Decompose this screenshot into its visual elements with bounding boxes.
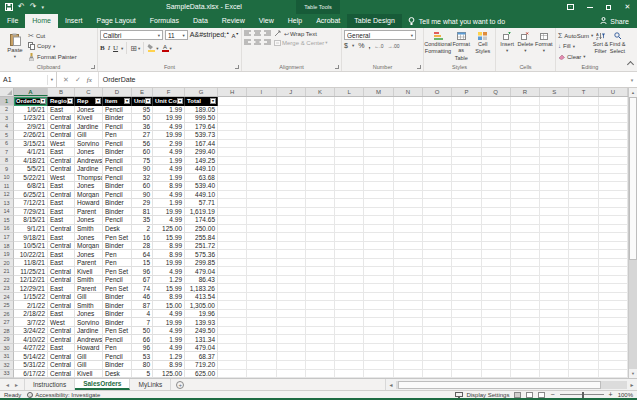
enter-icon[interactable]: ✓ xyxy=(75,76,81,84)
empty-cell[interactable] xyxy=(569,242,598,251)
empty-cell[interactable] xyxy=(452,293,481,302)
empty-cell[interactable] xyxy=(423,140,452,149)
empty-cell[interactable] xyxy=(335,140,364,149)
orientation-icon[interactable] xyxy=(274,30,281,37)
empty-cell[interactable] xyxy=(511,174,540,183)
empty-cell[interactable] xyxy=(452,284,481,293)
cell[interactable]: 36 xyxy=(132,123,153,132)
empty-cell[interactable] xyxy=(599,174,628,183)
empty-cell[interactable] xyxy=(394,148,423,157)
cell[interactable]: 125.00 xyxy=(153,370,185,379)
name-box[interactable]: A1 ▾ xyxy=(0,72,57,87)
empty-cell[interactable] xyxy=(482,276,511,285)
cell[interactable]: Kivell xyxy=(75,267,103,276)
cell[interactable]: 167.44 xyxy=(185,140,218,149)
empty-cell[interactable] xyxy=(423,123,452,132)
cell[interactable]: Central xyxy=(48,335,75,344)
cell[interactable]: 1.99 xyxy=(153,335,185,344)
cell[interactable]: Binder xyxy=(103,114,132,123)
empty-cell[interactable] xyxy=(335,123,364,132)
empty-cell[interactable] xyxy=(218,216,247,225)
empty-cell[interactable] xyxy=(277,250,306,259)
cell[interactable]: 19.99 xyxy=(153,208,185,217)
cell[interactable]: 7/12/21 xyxy=(14,199,48,208)
cell[interactable]: 3/24/22 xyxy=(14,327,48,336)
empty-cell[interactable] xyxy=(452,250,481,259)
empty-cell[interactable] xyxy=(394,310,423,319)
row-header-19[interactable]: 19 xyxy=(0,250,14,259)
cell[interactable]: Binder xyxy=(103,148,132,157)
empty-cell[interactable] xyxy=(569,370,598,379)
cell[interactable]: East xyxy=(48,233,75,242)
empty-cell[interactable] xyxy=(218,157,247,166)
cell[interactable]: Pencil xyxy=(103,216,132,225)
empty-cell[interactable] xyxy=(482,233,511,242)
empty-cell[interactable] xyxy=(364,182,393,191)
cell[interactable]: 131.34 xyxy=(185,335,218,344)
cell[interactable]: 539.40 xyxy=(185,182,218,191)
empty-cell[interactable] xyxy=(247,310,276,319)
empty-cell[interactable] xyxy=(247,361,276,370)
empty-cell[interactable] xyxy=(335,310,364,319)
empty-cell[interactable] xyxy=(599,123,628,132)
empty-cell[interactable] xyxy=(364,123,393,132)
empty-cell[interactable] xyxy=(277,182,306,191)
empty-cell[interactable] xyxy=(306,284,335,293)
alignment-dialog-launcher-icon[interactable] xyxy=(335,65,339,69)
row-header-26[interactable]: 26 xyxy=(0,310,14,319)
filter-dropdown-icon[interactable]: ▾ xyxy=(40,98,46,104)
empty-cell[interactable] xyxy=(452,208,481,217)
empty-cell[interactable] xyxy=(540,106,569,115)
empty-cell[interactable] xyxy=(452,242,481,251)
column-header-F[interactable]: F xyxy=(153,88,185,96)
empty-cell[interactable] xyxy=(247,208,276,217)
empty-cell[interactable] xyxy=(306,344,335,353)
empty-cell[interactable] xyxy=(540,344,569,353)
cell[interactable]: 86.43 xyxy=(185,276,218,285)
row-header-27[interactable]: 27 xyxy=(0,318,14,327)
empty-cell[interactable] xyxy=(247,225,276,234)
tab-page-layout[interactable]: Page Layout xyxy=(89,14,142,28)
cell[interactable]: Central xyxy=(48,301,75,310)
cell[interactable]: Kivell xyxy=(75,114,103,123)
cell[interactable]: 299.85 xyxy=(185,259,218,268)
tab-review[interactable]: Review xyxy=(215,14,252,28)
empty-cell[interactable] xyxy=(306,242,335,251)
cell[interactable]: Central xyxy=(48,276,75,285)
select-all-corner[interactable] xyxy=(0,88,14,96)
decrease-font-icon[interactable]: A▼ xyxy=(232,32,239,39)
decrease-decimal-icon[interactable]: →.00 xyxy=(388,43,400,49)
formula-bar-expand-icon[interactable]: ▾ xyxy=(627,72,637,87)
empty-cell[interactable] xyxy=(335,182,364,191)
empty-cell[interactable] xyxy=(452,370,481,379)
empty-cell[interactable] xyxy=(599,106,628,115)
cell[interactable]: 479.04 xyxy=(185,267,218,276)
cell[interactable]: Binder xyxy=(103,301,132,310)
cell[interactable]: West xyxy=(48,174,75,183)
empty-cell[interactable] xyxy=(277,140,306,149)
cell[interactable]: 4.99 xyxy=(153,344,185,353)
cell[interactable]: Jones xyxy=(75,106,103,115)
cell[interactable]: 1.99 xyxy=(153,157,185,166)
empty-cell[interactable] xyxy=(569,216,598,225)
empty-cell[interactable] xyxy=(423,225,452,234)
cell[interactable]: 68.37 xyxy=(185,352,218,361)
empty-cell[interactable] xyxy=(277,174,306,183)
empty-cell[interactable] xyxy=(218,370,247,379)
row-header-25[interactable]: 25 xyxy=(0,301,14,310)
row-header-33[interactable]: 33 xyxy=(0,370,14,379)
empty-cell[interactable] xyxy=(569,352,598,361)
cell[interactable]: 56 xyxy=(132,140,153,149)
cell[interactable]: 575.36 xyxy=(185,250,218,259)
cell[interactable]: Andrews xyxy=(75,335,103,344)
customize-qat-icon[interactable]: ▾ xyxy=(41,0,44,14)
filter-dropdown-icon[interactable]: ▾ xyxy=(177,98,183,104)
sheet-next-icon[interactable]: ► xyxy=(14,382,19,388)
cell[interactable]: Pen xyxy=(103,131,132,140)
cell[interactable]: 35 xyxy=(132,216,153,225)
cell[interactable]: 5 xyxy=(132,370,153,379)
empty-cell[interactable] xyxy=(511,284,540,293)
empty-cell[interactable] xyxy=(306,233,335,242)
empty-cell[interactable] xyxy=(277,242,306,251)
empty-cell[interactable] xyxy=(247,131,276,140)
